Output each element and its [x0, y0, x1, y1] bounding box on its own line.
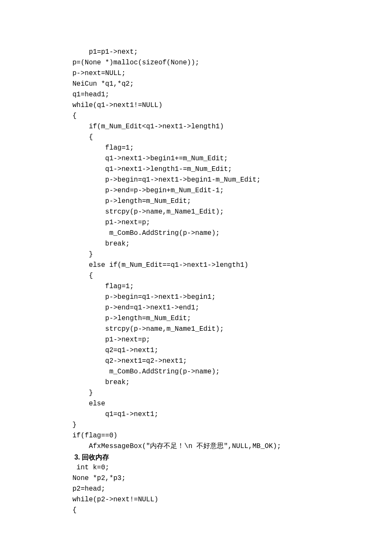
- code-line: q1=q1->next1;: [72, 409, 392, 420]
- code-line: p->begin=q1->next1->begin1-m_Num_Edit;: [72, 175, 392, 185]
- code-line: {: [72, 271, 392, 281]
- code-line: {: [72, 132, 392, 143]
- code-line: m_ComBo.AddString(p->name);: [72, 367, 392, 377]
- code-line: {: [72, 505, 392, 516]
- code-line: flag=1;: [72, 281, 392, 292]
- code-line: if(flag==0): [72, 431, 392, 441]
- code-line: q1->next1->begin1+=m_Num_Edit;: [72, 153, 392, 164]
- code-line: p1->next=p;: [72, 335, 392, 345]
- code-line: p->length=m_Num_Edit;: [72, 196, 392, 207]
- code-line: p->end=p->begin+m_Num_Edit-1;: [72, 185, 392, 196]
- code-line: while(p2->next!=NULL): [72, 494, 392, 505]
- code-block-1: p1=p1->next; p=(None *)malloc(sizeof(Non…: [72, 47, 392, 452]
- code-line: q1=head1;: [72, 90, 392, 100]
- code-line: p->end=q1->next1->end1;: [72, 303, 392, 313]
- code-line: else: [72, 399, 392, 409]
- code-line: None *p2,*p3;: [72, 473, 392, 484]
- code-line: p1=p1->next;: [72, 47, 392, 58]
- code-line: q2->next1=q2->next1;: [72, 356, 392, 367]
- code-line: }: [72, 388, 392, 399]
- code-line: p->begin=q1->next1->begin1;: [72, 292, 392, 303]
- code-block-2: int k=0; None *p2,*p3; p2=head; while(p2…: [72, 462, 392, 516]
- code-line: flag=1;: [72, 143, 392, 153]
- document-page: p1=p1->next; p=(None *)malloc(sizeof(Non…: [0, 0, 392, 555]
- code-line: p2=head;: [72, 484, 392, 494]
- code-line: NeiCun *q1,*q2;: [72, 79, 392, 90]
- code-line: while(q1->next1!=NULL): [72, 100, 392, 111]
- code-line: p=(None *)malloc(sizeof(None));: [72, 58, 392, 68]
- code-line: break;: [72, 377, 392, 388]
- code-line: }: [72, 420, 392, 431]
- code-line: m_ComBo.AddString(p->name);: [72, 228, 392, 239]
- code-line: {: [72, 111, 392, 121]
- code-line: strcpy(p->name,m_Name1_Edit);: [72, 207, 392, 217]
- code-line: p1->next=p;: [72, 217, 392, 228]
- code-line: p->next=NULL;: [72, 68, 392, 79]
- code-line: q1->next1->length1-=m_Num_Edit;: [72, 164, 392, 175]
- section-heading: 3. 回收内存: [72, 452, 392, 462]
- code-line: }: [72, 249, 392, 260]
- code-line: strcpy(p->name,m_Name1_Edit);: [72, 324, 392, 335]
- code-line: int k=0;: [72, 462, 392, 473]
- code-line: p->length=m_Num_Edit;: [72, 313, 392, 324]
- code-line: else if(m_Num_Edit==q1->next1->length1): [72, 260, 392, 271]
- code-line: q2=q1->next1;: [72, 345, 392, 356]
- code-line: if(m_Num_Edit<q1->next1->length1): [72, 121, 392, 132]
- code-line: AfxMessageBox("内存不足！\n 不好意思",NULL,MB_OK)…: [72, 441, 392, 452]
- code-line: break;: [72, 239, 392, 249]
